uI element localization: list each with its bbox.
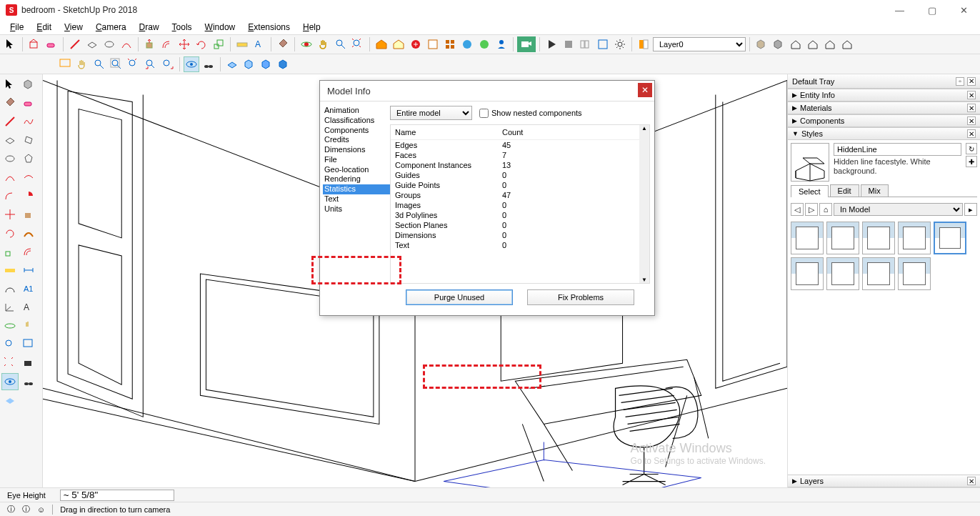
- prev-view-icon[interactable]: [143, 56, 159, 72]
- line2-icon[interactable]: [1, 113, 19, 130]
- pie-icon[interactable]: [20, 187, 37, 204]
- style-thumb-item[interactable]: [791, 222, 824, 254]
- menu-file[interactable]: File: [4, 21, 29, 34]
- eye-icon[interactable]: [1, 373, 19, 390]
- maximize-button[interactable]: ▢: [916, 0, 948, 20]
- orbit2-icon[interactable]: [1, 317, 19, 334]
- arc4-icon[interactable]: [1, 187, 19, 204]
- house4-icon[interactable]: [839, 36, 855, 52]
- menu-camera[interactable]: Camera: [90, 21, 132, 34]
- menu-help[interactable]: Help: [297, 21, 326, 34]
- style-thumb-item-selected[interactable]: [934, 222, 966, 254]
- panel-entity-info[interactable]: ▶Entity Info ✕: [788, 89, 980, 101]
- zoomwin-icon[interactable]: [20, 336, 37, 353]
- panel-close-icon[interactable]: ✕: [967, 116, 976, 125]
- magnify-ext-icon[interactable]: [126, 56, 141, 72]
- scrollbar[interactable]: ▲▼: [639, 125, 649, 283]
- extwarehouse-icon[interactable]: [408, 36, 424, 52]
- axes-icon[interactable]: [1, 299, 19, 316]
- next-view-icon[interactable]: [160, 56, 176, 72]
- panel-close-icon[interactable]: ✕: [967, 91, 976, 99]
- style-thumb-item[interactable]: [862, 222, 895, 254]
- cat-geolocation[interactable]: Geo-location: [323, 165, 390, 175]
- nav-fwd-icon[interactable]: ▷: [805, 203, 818, 216]
- walk-icon[interactable]: [201, 56, 216, 72]
- tray-header[interactable]: Default Tray ▫ ✕: [788, 74, 980, 89]
- tape2-icon[interactable]: [1, 262, 19, 279]
- line-icon[interactable]: [67, 36, 83, 52]
- cat-units[interactable]: Units: [323, 204, 390, 214]
- orbit-icon[interactable]: [299, 36, 314, 52]
- style-model-select[interactable]: In Model: [834, 203, 963, 216]
- offset-icon[interactable]: [159, 36, 175, 52]
- panel-close-icon[interactable]: ✕: [967, 129, 976, 138]
- stats-scope-select[interactable]: Entire model: [390, 106, 472, 120]
- blueframe-icon[interactable]: [595, 36, 611, 52]
- text-icon[interactable]: A: [251, 36, 267, 52]
- zoom-window-icon[interactable]: [57, 56, 73, 72]
- purge-unused-button[interactable]: Purge Unused: [406, 289, 513, 305]
- nav-back-icon[interactable]: ◁: [791, 203, 804, 216]
- panel-styles[interactable]: ▼Styles ✕: [788, 127, 980, 140]
- bucket2-icon[interactable]: [1, 94, 19, 111]
- pushpull-icon[interactable]: [142, 36, 158, 52]
- freehand-icon[interactable]: [20, 113, 37, 130]
- arc-icon[interactable]: [119, 36, 134, 52]
- style-thumb-item[interactable]: [826, 222, 859, 254]
- tray-close-icon[interactable]: ✕: [967, 77, 976, 86]
- rotrect-icon[interactable]: [20, 132, 37, 149]
- circle-icon[interactable]: [101, 36, 117, 52]
- arrow-icon[interactable]: [1, 76, 19, 93]
- status-icon[interactable]: ☺: [37, 505, 45, 514]
- panel-close-icon[interactable]: ✕: [967, 477, 976, 485]
- rotate2-icon[interactable]: [1, 224, 19, 242]
- style-name-input[interactable]: [834, 143, 961, 156]
- cat-statistics[interactable]: Statistics: [323, 184, 390, 194]
- zoomext2-icon[interactable]: [1, 354, 19, 372]
- style-thumb-item[interactable]: [826, 257, 859, 290]
- globe2-icon[interactable]: [476, 36, 492, 52]
- section3-icon[interactable]: [259, 56, 274, 72]
- style-update-icon[interactable]: ↻: [966, 143, 977, 154]
- layout-icon[interactable]: [425, 36, 441, 52]
- menu-edit[interactable]: Edit: [31, 21, 57, 34]
- status-icon[interactable]: ⓘ: [7, 504, 15, 515]
- style-thumb-item[interactable]: [791, 257, 824, 290]
- tab-mix[interactable]: Mix: [861, 184, 889, 197]
- scale-icon[interactable]: [211, 36, 226, 52]
- arc2-icon[interactable]: [1, 169, 19, 186]
- style-thumb-item[interactable]: [898, 257, 931, 290]
- section5-icon[interactable]: [1, 392, 19, 409]
- pan2-icon[interactable]: [74, 56, 90, 72]
- component-icon[interactable]: [20, 76, 37, 93]
- stop-icon[interactable]: [561, 36, 576, 52]
- minimize-button[interactable]: —: [884, 0, 916, 20]
- section4-icon[interactable]: [276, 56, 291, 72]
- camera-icon[interactable]: [20, 354, 37, 372]
- pan3-icon[interactable]: [20, 317, 37, 334]
- protractor-icon[interactable]: [1, 280, 19, 297]
- cat-file[interactable]: File: [323, 155, 390, 165]
- rect2-icon[interactable]: [1, 132, 19, 149]
- eraser-icon[interactable]: [44, 36, 59, 52]
- tray-pin-icon[interactable]: ▫: [956, 77, 964, 86]
- frames-icon[interactable]: [578, 36, 594, 52]
- gear-icon[interactable]: [612, 36, 628, 52]
- magnify-icon[interactable]: [91, 56, 107, 72]
- magnify2-icon[interactable]: [109, 56, 124, 72]
- pan-icon[interactable]: [316, 36, 331, 52]
- rect-icon[interactable]: [84, 36, 100, 52]
- solid-union-icon[interactable]: [754, 36, 769, 52]
- grid-icon[interactable]: [442, 36, 458, 52]
- color-icon[interactable]: [636, 36, 651, 52]
- house2-icon[interactable]: [805, 36, 821, 52]
- scale2-icon[interactable]: [1, 243, 19, 260]
- tape-icon[interactable]: [234, 36, 250, 52]
- cat-classifications[interactable]: Classifications: [323, 116, 390, 126]
- menu-window[interactable]: Window: [199, 21, 241, 34]
- status-icon[interactable]: ⓘ: [22, 504, 30, 515]
- menu-extensions[interactable]: Extensions: [242, 21, 296, 34]
- panel-close-icon[interactable]: ✕: [967, 104, 976, 112]
- fix-problems-button[interactable]: Fix Problems: [527, 289, 634, 305]
- advanced-camera-icon[interactable]: [517, 36, 536, 52]
